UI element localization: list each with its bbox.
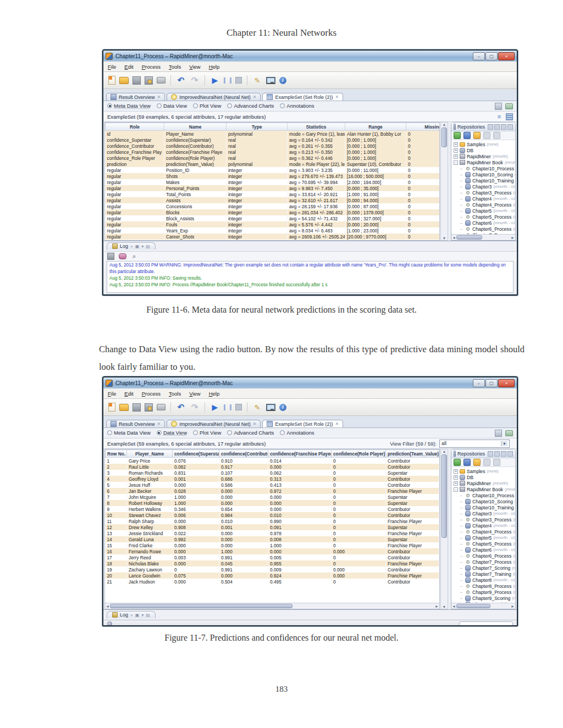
tree-item-chapter4[interactable]: –Chapter4(mnorth - v1, 7/14/1 xyxy=(452,523,515,529)
tab-exampleset-set-role-2-[interactable]: ExampleSet (Set Role (2))✕ xyxy=(262,93,343,101)
tree-item-chapter8-process[interactable]: –Chapter8_Process(mnorth xyxy=(452,583,515,589)
table-vertical-scrollbar[interactable]: ▲ ▼ xyxy=(440,122,448,241)
download-icon[interactable] xyxy=(463,459,471,466)
tree-item-rapidminer-book[interactable]: -RapidMiner Book(mnorth) xyxy=(452,159,515,165)
menu-file[interactable]: File xyxy=(108,64,116,70)
table-row[interactable]: confidence_Franchise Playconfidence(Fran… xyxy=(106,149,440,155)
table-row[interactable]: regularBlock_Assistsintegeravg = 54.102 … xyxy=(106,215,440,221)
log-help-icon[interactable]: ▤ xyxy=(146,613,150,618)
tab-improvedneuralnet-neural-net-[interactable]: ImprovedNeuralNet (Neural Net)✕ xyxy=(167,420,261,427)
tree-expander-icon[interactable]: + xyxy=(454,142,458,147)
scrollbar-thumb[interactable] xyxy=(110,604,292,608)
tree-item-chapter8[interactable]: –Chapter8(mnorth - v1, 7/31/1 xyxy=(452,577,515,583)
pause-icon[interactable] xyxy=(224,404,231,410)
panel-close-icon[interactable] xyxy=(488,124,493,130)
table-row[interactable]: regularTotal_Pointsintegeravg = 33.814 +… xyxy=(106,191,440,197)
menu-edit[interactable]: Edit xyxy=(124,391,133,397)
open-icon[interactable] xyxy=(119,404,129,411)
table-row[interactable]: 12Drew Kelley0.9080.0010.0910Superstar9 xyxy=(106,524,440,530)
column-header[interactable]: Role xyxy=(106,123,164,131)
scroll-up-icon[interactable]: ▲ xyxy=(443,123,446,126)
tree-horizontal-scrollbar[interactable]: ◄ ► xyxy=(451,603,515,609)
pause-icon[interactable] xyxy=(224,77,231,84)
log-float-icon[interactable]: ▣ xyxy=(135,244,140,249)
tree-item-chapter6-process[interactable]: –Chapter6_Process(mnorth xyxy=(452,553,515,559)
table-row[interactable]: 9Herbert Walkins0.3460.6540.0000Contribu… xyxy=(106,506,440,512)
tab-close-icon[interactable]: ✕ xyxy=(253,421,257,426)
tree-item-samples[interactable]: +Samples(none) xyxy=(452,141,515,147)
column-header[interactable]: confidence(Superstar) xyxy=(173,450,219,458)
tree-item-chapter10-process[interactable]: –Chapter10_Process(mnorth xyxy=(452,492,515,498)
display-icon[interactable] xyxy=(266,77,275,84)
table-row[interactable]: 1Gary Price0.0760.9100.0140Contributor2 xyxy=(106,458,440,464)
menu-tools[interactable]: Tools xyxy=(169,64,181,70)
scrollbar-thumb[interactable] xyxy=(456,235,482,240)
print-icon[interactable] xyxy=(157,404,165,410)
tree-item-chapter7-scoring[interactable]: –Chapter7_Scoring(mnorth xyxy=(452,565,515,571)
stop-icon[interactable] xyxy=(235,77,242,84)
table-row[interactable]: regularMakesintegeravg = 70.695 +/- 39.9… xyxy=(106,179,440,185)
scrollbar-thumb[interactable] xyxy=(441,454,447,538)
table-row[interactable]: regularShotsintegeravg = 279.670 +/- 139… xyxy=(106,173,440,179)
tree-item-chapter7-training[interactable]: –Chapter7_Training(mnorth xyxy=(452,571,515,577)
tree-expander-icon[interactable]: + xyxy=(454,475,458,480)
title-bar[interactable]: Chapter11_Process – RapidMiner@mnorth-Ma… xyxy=(103,51,517,62)
table-row[interactable]: 13Jessie Strickland0.0220.0000.9780Franc… xyxy=(106,530,440,536)
table-row[interactable]: 4Geoffrey Lloyd0.0010.6860.3130Contribut… xyxy=(106,476,440,482)
table-row[interactable]: 6Jan Becker0.0280.0000.9720Franchise Pla… xyxy=(106,488,440,494)
table-row[interactable]: regularPosition_IDintegeravg = 3.903 +/-… xyxy=(106,167,440,173)
view-radio-plot-view[interactable]: Plot View xyxy=(193,430,221,436)
panel-dock-icon[interactable] xyxy=(501,451,506,457)
close-button[interactable] xyxy=(498,52,515,60)
tree-item-chapter6-process[interactable]: –Chapter6_Process(mno xyxy=(452,226,515,232)
maximize-button[interactable] xyxy=(485,52,498,60)
menu-help[interactable]: Help xyxy=(209,64,220,70)
table-row[interactable]: 15Fred Clarke0.0000.0001.0000Franchise P… xyxy=(106,542,440,548)
data-icon[interactable] xyxy=(506,113,513,120)
column-header[interactable]: confidence(Contributor) xyxy=(219,450,268,458)
tree-item-chapter10-training[interactable]: –Chapter10_Training(mnorth xyxy=(452,504,515,510)
table-row[interactable]: 11Ralph Sharp0.0000.0100.9900Franchise P… xyxy=(106,518,440,524)
view-radio-meta-data-view[interactable]: Meta Data View xyxy=(107,430,151,436)
table-row[interactable]: regularYears_Expintegeravg = 8.034 +/- 6… xyxy=(106,227,440,234)
table-vertical-scrollbar[interactable]: ▲ ▼ xyxy=(440,449,448,609)
tree-item-chapter5[interactable]: –Chapter5(mnorth - v1, 7/ xyxy=(452,208,515,214)
tree-expander-icon[interactable]: + xyxy=(454,469,458,474)
menu-tools[interactable]: Tools xyxy=(169,391,181,397)
tree-item-chapter6[interactable]: –Chapter6(mnorth - v1, 7/27/1 xyxy=(452,547,515,553)
log-close-icon[interactable]: × xyxy=(130,244,133,249)
view-radio-advanced-charts[interactable]: Advanced Charts xyxy=(227,430,274,436)
tree-item-db[interactable]: +DB xyxy=(452,147,515,153)
save-icon[interactable] xyxy=(133,403,141,412)
tab-exampleset-set-role-2-[interactable]: ExampleSet (Set Role (2))✕ xyxy=(262,420,343,427)
scroll-left-icon[interactable]: ◄ xyxy=(452,604,456,608)
scrollbar-thumb[interactable] xyxy=(456,604,490,608)
info-icon[interactable] xyxy=(279,404,286,411)
tree-item-rapidminer[interactable]: +RapidMiner(mnorth) xyxy=(452,153,515,159)
table-row[interactable]: 17Jerry Reed0.0030.9910.0050Contributor8 xyxy=(106,554,440,560)
minimize-button[interactable] xyxy=(473,379,485,387)
tree-item-chapter3[interactable]: –Chapter3(mnorth - v1, 7/13/1 xyxy=(452,510,515,516)
table-row[interactable]: 19Zachary Lawson00.9910.0090.000Contribu… xyxy=(106,566,440,573)
table-row[interactable]: confidence_Contributorconfidence(Contrib… xyxy=(106,143,440,149)
panel-help-icon[interactable] xyxy=(507,451,513,457)
panel-dock-icon[interactable] xyxy=(501,124,506,130)
tab-close-icon[interactable]: ✕ xyxy=(157,421,161,426)
undo-icon[interactable] xyxy=(176,75,186,85)
menu-process[interactable]: Process xyxy=(142,391,161,397)
open-icon[interactable] xyxy=(119,77,129,84)
menu-process[interactable]: Process xyxy=(142,64,161,70)
tab-close-icon[interactable]: ✕ xyxy=(335,95,339,99)
view-radio-meta-data-view[interactable]: Meta Data View xyxy=(107,103,151,109)
panel-help-icon[interactable] xyxy=(507,124,513,130)
save-icon[interactable] xyxy=(133,76,141,85)
tree-item-chapter10-scoring[interactable]: –Chapter10_Scoring(mnor xyxy=(452,171,515,177)
save-as-icon[interactable] xyxy=(145,76,153,85)
tree-horizontal-scrollbar[interactable]: ◄ ► xyxy=(451,234,515,240)
close-button[interactable] xyxy=(498,379,515,387)
panel-close-icon[interactable] xyxy=(488,451,493,457)
table-row[interactable]: regularPersonal_Pointsintegeravg = 9.983… xyxy=(106,185,440,191)
tree-item-rapidminer[interactable]: +RapidMiner(mnorth) xyxy=(452,480,515,486)
tree-item-chapter4-process[interactable]: –Chapter4_Process(mnorth xyxy=(452,529,515,535)
scroll-down-icon[interactable]: ▼ xyxy=(443,236,446,240)
